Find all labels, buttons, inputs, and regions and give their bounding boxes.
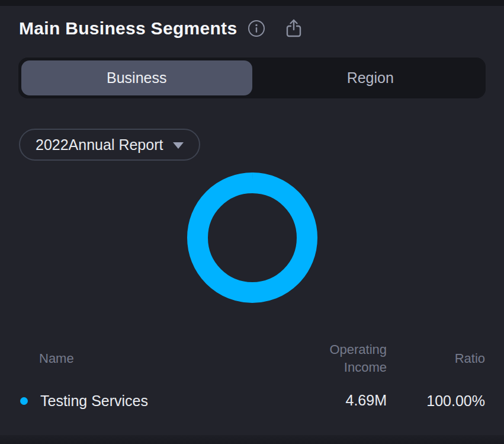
column-header-name: Name xyxy=(19,351,298,366)
ratio-cell: 100.00% xyxy=(387,392,485,410)
chevron-down-icon xyxy=(173,142,184,149)
business-segments-card: Main Business Segments Business Region 2… xyxy=(0,0,504,444)
segment-tab-bar: Business Region xyxy=(18,58,486,98)
column-header-operating-income: Operating Income xyxy=(298,341,387,376)
table-row[interactable]: Testing Services 4.69M 100.00% xyxy=(19,391,485,411)
period-dropdown-label: 2022Annual Report xyxy=(36,136,163,154)
table-header-row: Name Operating Income Ratio xyxy=(19,341,485,376)
legend-dot-icon xyxy=(20,397,28,405)
segments-table: Name Operating Income Ratio Testing Serv… xyxy=(19,341,485,411)
tab-region[interactable]: Region xyxy=(255,58,486,98)
share-icon[interactable] xyxy=(284,18,303,39)
card-header: Main Business Segments xyxy=(19,18,485,39)
column-header-ratio: Ratio xyxy=(387,351,485,366)
donut-chart xyxy=(0,172,504,304)
info-icon[interactable] xyxy=(247,19,266,38)
donut-chart-svg xyxy=(187,172,318,304)
segment-name: Testing Services xyxy=(40,392,148,410)
tab-business[interactable]: Business xyxy=(21,60,252,95)
period-dropdown[interactable]: 2022Annual Report xyxy=(19,129,200,161)
segment-name-cell: Testing Services xyxy=(19,392,298,410)
operating-income-cell: 4.69M xyxy=(298,391,387,411)
bottom-divider xyxy=(0,435,504,444)
page-title: Main Business Segments xyxy=(19,18,237,39)
top-divider xyxy=(0,0,504,6)
donut-segment-testing-services[interactable] xyxy=(197,183,307,293)
